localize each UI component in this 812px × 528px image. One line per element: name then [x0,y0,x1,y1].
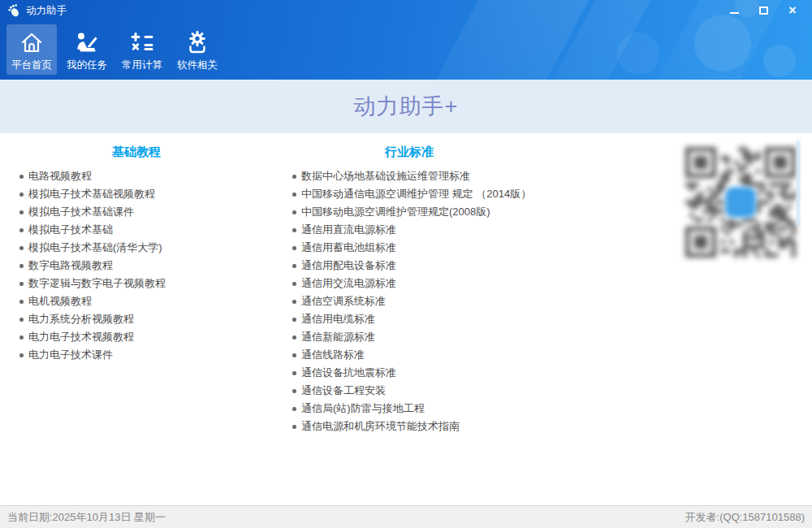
toolbar-item-label: 常用计算 [122,58,162,72]
list-item[interactable]: 模拟电子技术基础 [0,221,273,239]
list-item[interactable]: 电力电子技术课件 [0,346,273,364]
list-item[interactable]: 通信设备抗地震标准 [273,364,546,382]
section-industry-standards: 行业标准 数据中心场地基础设施运维管理标准 中国移动通信电源空调维护管理 规定 … [273,133,546,435]
main-content: 基础教程 电路视频教程 模拟电子技术基础视频教程 模拟电子技术基础课件 模拟电子… [0,133,812,505]
toolbar-item-label: 平台首页 [11,58,52,72]
list-item[interactable]: 数据中心场地基础设施运维管理标准 [273,167,546,185]
list-item[interactable]: 模拟电子技术基础(清华大学) [0,239,273,257]
list-item[interactable]: 通信用蓄电池组标准 [273,239,546,257]
industry-standards-list: 数据中心场地基础设施运维管理标准 中国移动通信电源空调维护管理 规定 （2014… [273,167,546,435]
list-item[interactable]: 模拟电子技术基础课件 [0,203,273,221]
current-date-label: 当前日期:2025年10月13日 星期一 [7,510,166,525]
list-item[interactable]: 通信用配电设备标准 [273,257,546,275]
blue-header: 动力助手 × 平台首页 [0,0,812,80]
toolbar-item-my-tasks[interactable]: 我的任务 [62,24,112,75]
list-item[interactable]: 数字电路视频教程 [0,257,273,275]
list-item[interactable]: 通信电源和机房环境节能技术指南 [273,418,546,435]
minimize-icon [730,12,739,14]
basic-tutorials-list: 电路视频教程 模拟电子技术基础视频教程 模拟电子技术基础课件 模拟电子技术基础 … [0,167,273,364]
list-item[interactable]: 通信空调系统标准 [273,292,546,310]
toolbar: 平台首页 我的任务 [0,21,812,75]
calculator-icon [128,30,156,56]
list-item[interactable]: 通信用电缆标准 [273,310,546,328]
list-item[interactable]: 通信用交流电源标准 [273,275,546,292]
titlebar: 动力助手 × [0,0,812,21]
maximize-button[interactable] [757,4,770,17]
home-icon [18,30,45,56]
list-item[interactable]: 电力系统分析视频教程 [0,310,273,328]
list-item[interactable]: 数字逻辑与数字电子视频教程 [0,275,273,292]
maximize-icon [759,6,768,15]
toolbar-item-software[interactable]: 软件相关 [172,24,222,75]
minimize-button[interactable] [728,4,741,17]
list-item[interactable]: 中国移动电源空调维护管理规定(2008版) [273,203,546,221]
app-logo-footprint-icon [6,3,21,18]
banner: 动力助手+ [0,80,812,133]
list-item[interactable]: 通信局(站)防雷与接地工程 [273,400,546,418]
software-gear-icon [184,30,211,56]
my-tasks-icon [73,30,101,56]
app-window: 动力助手 × 平台首页 [0,0,812,528]
developer-label: 开发者:(QQ:1587101588) [685,510,805,525]
qr-code-image [679,141,802,280]
list-item[interactable]: 通信新能源标准 [273,328,546,346]
list-item[interactable]: 通信设备工程安装 [273,382,546,400]
toolbar-item-label: 软件相关 [177,58,218,72]
list-item[interactable]: 电机视频教程 [0,292,273,310]
section-title: 行业标准 [273,145,546,160]
list-item[interactable]: 模拟电子技术基础视频教程 [0,185,273,203]
list-item[interactable]: 电力电子技术视频教程 [0,328,273,346]
section-title: 基础教程 [0,145,273,160]
toolbar-item-label: 我的任务 [67,58,107,72]
list-item[interactable]: 电路视频教程 [0,167,273,185]
window-controls: × [728,4,804,17]
statusbar: 当前日期:2025年10月13日 星期一 开发者:(QQ:1587101588) [0,505,812,528]
window-title: 动力助手 [26,4,67,18]
qr-center-logo [725,187,756,218]
list-item[interactable]: 通信线路标准 [273,346,546,364]
close-button[interactable]: × [786,4,799,17]
list-item[interactable]: 中国移动通信电源空调维护管理 规定 （2014版） [273,185,546,203]
banner-title: 动力助手+ [354,92,459,121]
section-basic-tutorials: 基础教程 电路视频教程 模拟电子技术基础视频教程 模拟电子技术基础课件 模拟电子… [0,133,273,364]
toolbar-item-home[interactable]: 平台首页 [6,24,57,75]
list-item[interactable]: 通信用直流电源标准 [273,221,546,239]
close-icon: × [788,5,796,16]
toolbar-item-calculations[interactable]: 常用计算 [117,24,167,75]
